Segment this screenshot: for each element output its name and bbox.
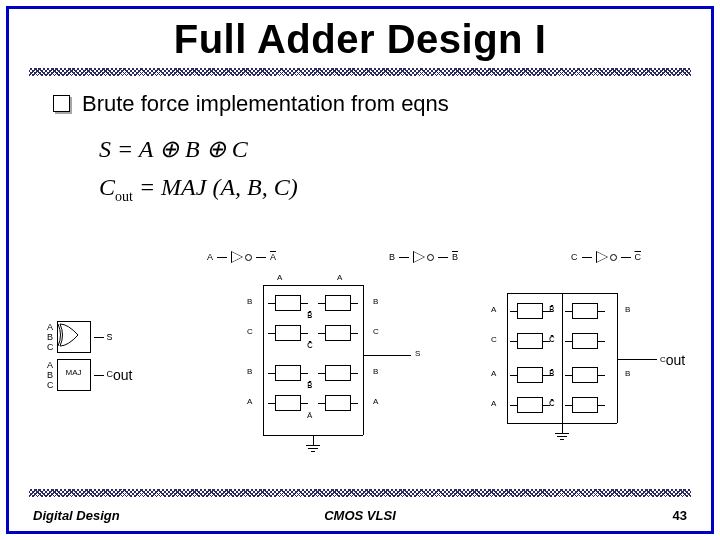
transistor-icon xyxy=(517,303,543,319)
transistor-icon xyxy=(572,397,598,413)
equation-1: S = A ⊕ B ⊕ C xyxy=(99,131,681,167)
xor-inputs: A B C xyxy=(47,322,54,352)
maj-output: Cout xyxy=(107,367,133,383)
transistor-icon xyxy=(275,395,301,411)
transistor-icon xyxy=(517,397,543,413)
inverter-b-in: B xyxy=(389,252,395,262)
equations: S = A ⊕ B ⊕ C Cout = MAJ (A, B, C) xyxy=(99,131,681,207)
inverter-bubble-icon xyxy=(427,254,434,261)
slide-title: Full Adder Design I xyxy=(9,17,711,62)
transistor-icon xyxy=(572,367,598,383)
inverter-a-out: A xyxy=(270,252,276,262)
transistor-schematic-sum: A A B B̄ B C C̄ C S B B̄ xyxy=(215,275,425,455)
transistor-icon xyxy=(325,325,351,341)
eqn2-lhs-sub: out xyxy=(115,189,133,204)
inverter-c-out: C xyxy=(635,252,642,262)
diagram-area: A A B B C C xyxy=(47,245,681,465)
divider-bottom xyxy=(29,489,691,497)
maj-gate-row: A B C MAJ Cout xyxy=(47,359,167,391)
bullet-item: Brute force implementation from eqns xyxy=(53,91,681,117)
inverter-c: C C xyxy=(571,251,641,263)
transistor-icon xyxy=(325,365,351,381)
slide-frame: Full Adder Design I Brute force implemen… xyxy=(6,6,714,534)
maj-gate-icon: MAJ xyxy=(57,359,91,391)
transistor-icon xyxy=(325,395,351,411)
inverter-bubble-icon xyxy=(245,254,252,261)
content-area: Brute force implementation from eqns S =… xyxy=(53,91,681,207)
cout-output-label: Cout xyxy=(660,352,685,368)
ground-icon xyxy=(306,445,320,455)
transistor-icon xyxy=(517,333,543,349)
transistor-schematic-cout: A B̄ B C C̄ Cout A B̄ B A C̄ xyxy=(467,289,667,449)
eqn2-lhs-base: C xyxy=(99,174,115,200)
inverter-b-out: B xyxy=(452,252,458,262)
transistor-icon xyxy=(572,303,598,319)
transistor-icon xyxy=(517,367,543,383)
maj-inputs: A B C xyxy=(47,360,54,390)
inverter-row: A A B B C C xyxy=(207,245,641,269)
sum-output-label: S xyxy=(415,349,420,358)
logic-block: A B C S A B C MAJ xyxy=(47,321,167,397)
xor-output: S xyxy=(107,332,113,342)
divider-top xyxy=(29,68,691,76)
bullet-text: Brute force implementation from eqns xyxy=(82,91,449,117)
footer-center: CMOS VLSI xyxy=(9,508,711,523)
transistor-icon xyxy=(275,325,301,341)
footer: Digital Design CMOS VLSI 43 xyxy=(9,508,711,523)
xor-gate-icon xyxy=(57,321,91,353)
inverter-c-in: C xyxy=(571,252,578,262)
equation-2: Cout = MAJ (A, B, C) xyxy=(99,169,681,207)
eqn1-lhs: S xyxy=(99,136,111,162)
transistor-icon xyxy=(275,295,301,311)
eqn2-rhs: MAJ (A, B, C) xyxy=(161,174,298,200)
ground-icon xyxy=(555,433,569,443)
inverter-a: A A xyxy=(207,251,276,263)
xor-gate-row: A B C S xyxy=(47,321,167,353)
eqn1-rhs: A ⊕ B ⊕ C xyxy=(139,136,248,162)
buffer-icon xyxy=(413,251,425,263)
transistor-icon xyxy=(572,333,598,349)
transistor-icon xyxy=(325,295,351,311)
inverter-bubble-icon xyxy=(610,254,617,261)
inverter-b: B B xyxy=(389,251,458,263)
bullet-icon xyxy=(53,95,70,112)
transistor-icon xyxy=(275,365,301,381)
buffer-icon xyxy=(596,251,608,263)
buffer-icon xyxy=(231,251,243,263)
inverter-a-in: A xyxy=(207,252,213,262)
